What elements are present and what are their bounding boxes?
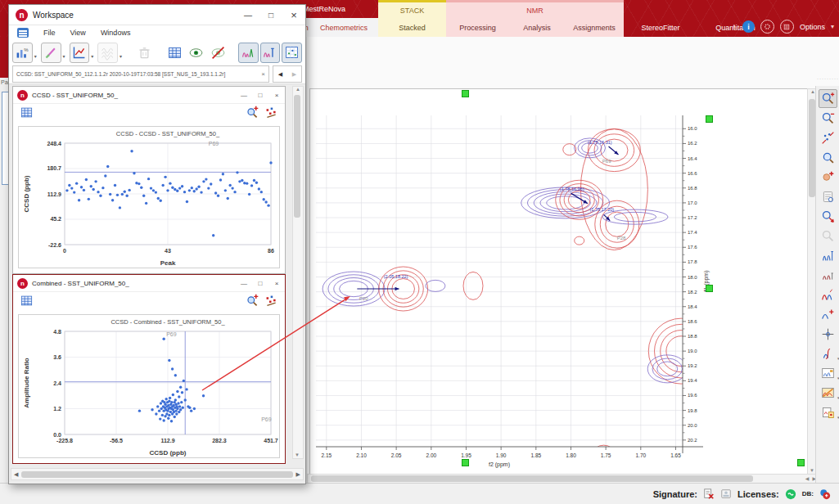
full-view-icon[interactable] — [819, 128, 837, 147]
integration-icon[interactable]: ▾ — [819, 344, 837, 363]
menu-file[interactable]: File — [43, 29, 56, 37]
scroll-left-icon[interactable]: ◀ — [805, 475, 810, 481]
scroll-down-icon[interactable]: ▼ — [295, 452, 300, 457]
expand-icon[interactable] — [819, 207, 837, 226]
combined-scatter-chart[interactable]: CCSD - Combined - SST_UNIFORM_50_0.01.22… — [19, 315, 279, 457]
minimize-button[interactable]: — — [237, 6, 259, 24]
trend-plot-button-dropdown-icon[interactable]: ▾ — [91, 53, 93, 59]
manual-add-icon[interactable] — [819, 168, 837, 187]
vertical-scroll-thumb[interactable] — [809, 99, 815, 197]
stack-plot-button[interactable] — [97, 43, 118, 63]
spectra-view-button[interactable] — [238, 43, 259, 63]
close-button[interactable]: × — [282, 6, 305, 24]
db-status-icon[interactable] — [819, 488, 831, 500]
ccsd-scatter-chart[interactable]: CCSD - CCSD - SST_UNIFORM_50_248.4180.71… — [19, 127, 279, 268]
minimize-button[interactable]: — — [236, 92, 252, 99]
library-icon[interactable]: ▾ — [819, 403, 837, 422]
ccsd-child-window[interactable]: n CCSD - SST_UNIFORM_50_ — □ × CCSD - CC… — [12, 86, 286, 274]
selection-handle[interactable] — [706, 115, 713, 123]
fit-peaks-icon[interactable] — [819, 286, 837, 304]
selection-handle[interactable] — [462, 90, 469, 97]
peak-by-peak-icon[interactable] — [819, 266, 837, 285]
selection-handle[interactable] — [706, 285, 713, 292]
delete-button[interactable] — [134, 43, 155, 63]
zoom-disabled-icon[interactable] — [819, 227, 837, 245]
fit-points-icon[interactable] — [264, 106, 278, 123]
fit-points-icon[interactable] — [264, 294, 278, 311]
menu-view[interactable]: View — [70, 29, 86, 37]
zoom-out-icon[interactable] — [819, 109, 837, 128]
licenses-ok-icon[interactable] — [785, 488, 796, 500]
tab-assignments[interactable]: Assignments — [565, 18, 624, 37]
zoom-add-icon[interactable] — [246, 294, 259, 311]
chart-view-button[interactable] — [282, 43, 302, 63]
close-button[interactable]: × — [268, 92, 285, 99]
toolbar-drag-handle[interactable]: ·········· — [817, 76, 839, 81]
tab-stacked[interactable]: Stacked — [378, 18, 446, 37]
zoom-selection-icon[interactable] — [819, 148, 837, 167]
new-plot-button[interactable]: % — [12, 43, 33, 63]
document-page[interactable]: (1.75,16.31)P69(1.78,16.96)(1.75,17.20)P… — [309, 88, 808, 475]
tab-analysis[interactable]: Analysis — [509, 18, 565, 37]
annotate-button[interactable] — [41, 43, 61, 63]
stack-plot-button-dropdown-icon[interactable]: ▾ — [120, 53, 122, 59]
hide-button[interactable] — [208, 43, 228, 63]
signature-invalid-icon[interactable] — [703, 488, 715, 500]
zoom-in-icon[interactable] — [819, 89, 837, 108]
gear-icon[interactable] — [760, 20, 774, 34]
scroll-right-icon[interactable]: ▶ — [296, 471, 300, 478]
workspace-window[interactable]: n Workspace — □ × File View Windows %▾▾▾… — [8, 4, 306, 484]
options-dropdown-icon[interactable]: ▾ — [831, 23, 834, 30]
selection-handle[interactable] — [797, 459, 805, 466]
table-icon[interactable] — [20, 106, 34, 123]
new-plot-button-dropdown-icon[interactable]: ▾ — [34, 53, 37, 59]
mdi-horizontal-scrollbar[interactable]: ◀ ▶ — [11, 468, 304, 480]
contour-peaks[interactable] — [323, 129, 714, 462]
minimize-button[interactable]: — — [236, 280, 252, 287]
multiplet-analysis-icon[interactable]: ▾ — [819, 364, 837, 383]
options-button[interactable]: Options — [800, 23, 825, 31]
trend-plot-button[interactable] — [70, 43, 90, 63]
horizontal-scroll-thumb[interactable] — [311, 475, 753, 482]
prev-tab-icon[interactable]: ◀ — [278, 71, 282, 78]
scroll-down-icon[interactable]: ▼ — [810, 468, 814, 473]
nmr-contour-plot[interactable]: (1.75,16.31)P69(1.78,16.96)(1.75,17.20)P… — [310, 89, 807, 474]
mdi-vertical-scrollbar[interactable]: ▲ ▼ — [292, 86, 304, 459]
table-icon[interactable] — [20, 294, 34, 311]
mdi-horizontal-scroll-thumb[interactable] — [21, 471, 292, 478]
menu-windows[interactable]: Windows — [101, 29, 131, 37]
ccsd-window-titlebar[interactable]: n CCSD - SST_UNIFORM_50_ — □ × — [13, 87, 285, 104]
help-book-icon[interactable] — [780, 20, 794, 34]
binning-icon[interactable]: ▾ — [819, 384, 837, 403]
add-fit-icon[interactable] — [819, 305, 837, 324]
collapse-ribbon-icon[interactable]: ∧ — [732, 23, 737, 30]
zoom-add-icon[interactable] — [246, 106, 259, 123]
peak-picking-icon[interactable] — [819, 246, 837, 265]
tab-processing[interactable]: Processing — [446, 18, 509, 37]
annotate-button-dropdown-icon[interactable]: ▾ — [63, 53, 65, 59]
next-tab-icon[interactable]: ▶ — [292, 71, 296, 78]
combined-chart-area[interactable]: CCSD - Combined - SST_UNIFORM_50_0.01.22… — [18, 314, 280, 458]
tab-stereofitter[interactable]: StereoFitter — [624, 18, 697, 37]
tab-chemometrics[interactable]: Chemometrics — [309, 18, 378, 37]
spectra-overlay-button[interactable] — [260, 43, 281, 63]
close-button[interactable]: × — [268, 280, 285, 287]
combined-child-window[interactable]: n Combined - SST_UNIFORM_50_ — □ × CCSD … — [12, 274, 286, 464]
report-icon[interactable] — [819, 187, 837, 206]
document-tab-close-icon[interactable]: × — [261, 70, 265, 78]
mdi-vertical-scroll-thumb[interactable] — [294, 95, 300, 218]
crosshair-icon[interactable] — [819, 325, 837, 344]
maximize-button[interactable]: □ — [259, 6, 282, 24]
show-button[interactable] — [186, 43, 206, 63]
combined-window-titlebar[interactable]: n Combined - SST_UNIFORM_50_ — □ × — [13, 275, 285, 292]
maximize-button[interactable]: □ — [252, 92, 268, 99]
document-tab[interactable]: CCSD: SST_UNIFORM_50_112.1.1.2r 2020-10-… — [12, 65, 269, 83]
signature-stamp-icon[interactable] — [720, 488, 732, 500]
info-icon[interactable]: i — [742, 20, 755, 33]
menu-icon[interactable] — [17, 28, 29, 38]
scroll-left-icon[interactable]: ◀ — [14, 471, 18, 478]
table-button[interactable] — [165, 43, 185, 63]
ccsd-chart-area[interactable]: CCSD - CCSD - SST_UNIFORM_50_248.4180.71… — [18, 126, 280, 268]
workspace-titlebar[interactable]: n Workspace — □ × — [9, 5, 305, 25]
selection-handle[interactable] — [462, 459, 469, 466]
